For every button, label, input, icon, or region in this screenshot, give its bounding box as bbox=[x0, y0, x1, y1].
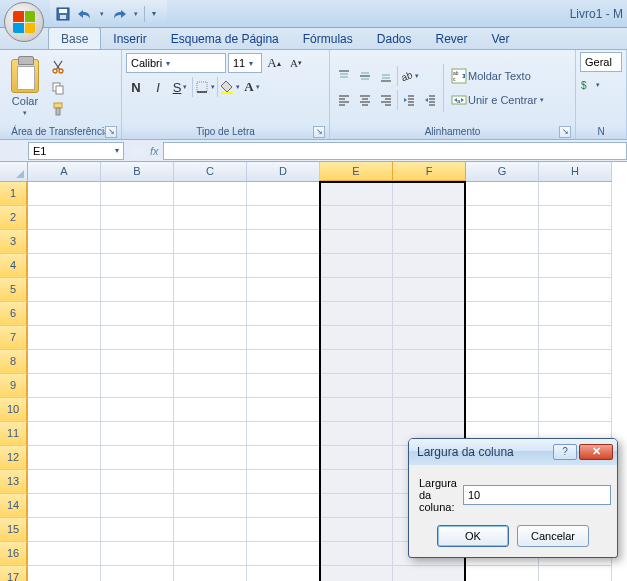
cell[interactable] bbox=[539, 398, 612, 422]
cell[interactable] bbox=[28, 350, 101, 374]
cell[interactable] bbox=[393, 182, 466, 206]
font-name-combo[interactable]: Calibri▾ bbox=[126, 53, 226, 73]
paste-button[interactable]: Colar ▾ bbox=[4, 57, 46, 119]
cell[interactable] bbox=[247, 494, 320, 518]
row-header-15[interactable]: 15 bbox=[0, 518, 28, 542]
cell[interactable] bbox=[28, 278, 101, 302]
tab-ver[interactable]: Ver bbox=[480, 28, 522, 49]
underline-button[interactable]: S bbox=[170, 76, 190, 98]
cell[interactable] bbox=[320, 206, 393, 230]
cell[interactable] bbox=[320, 542, 393, 566]
ok-button[interactable]: OK bbox=[437, 525, 509, 547]
font-color-button[interactable]: A bbox=[242, 76, 262, 98]
cell[interactable] bbox=[174, 326, 247, 350]
font-size-combo[interactable]: 11▾ bbox=[228, 53, 262, 73]
cell[interactable] bbox=[174, 350, 247, 374]
cell[interactable] bbox=[393, 374, 466, 398]
cell[interactable] bbox=[466, 374, 539, 398]
col-header-G[interactable]: G bbox=[466, 162, 539, 182]
merge-center-button[interactable]: a Unir e Centrar ▾ bbox=[447, 90, 548, 110]
cell[interactable] bbox=[28, 254, 101, 278]
decrease-indent-button[interactable] bbox=[399, 89, 419, 111]
cell[interactable] bbox=[28, 206, 101, 230]
cell[interactable] bbox=[320, 278, 393, 302]
align-top-button[interactable] bbox=[334, 65, 354, 87]
cell[interactable] bbox=[539, 566, 612, 581]
cell[interactable] bbox=[101, 326, 174, 350]
cell[interactable] bbox=[320, 182, 393, 206]
cell[interactable] bbox=[393, 350, 466, 374]
cell[interactable] bbox=[28, 230, 101, 254]
cell[interactable] bbox=[101, 278, 174, 302]
cell[interactable] bbox=[320, 326, 393, 350]
cell[interactable] bbox=[174, 374, 247, 398]
cell[interactable] bbox=[320, 398, 393, 422]
cell[interactable] bbox=[28, 470, 101, 494]
alignment-launcher[interactable]: ↘ bbox=[559, 126, 571, 138]
cell[interactable] bbox=[320, 518, 393, 542]
cell[interactable] bbox=[393, 566, 466, 581]
cell[interactable] bbox=[247, 566, 320, 581]
cell[interactable] bbox=[466, 230, 539, 254]
cell[interactable] bbox=[101, 206, 174, 230]
row-header-1[interactable]: 1 bbox=[0, 182, 28, 206]
cell[interactable] bbox=[393, 278, 466, 302]
cell[interactable] bbox=[101, 254, 174, 278]
number-format-combo[interactable]: Geral bbox=[580, 52, 622, 72]
col-header-D[interactable]: D bbox=[247, 162, 320, 182]
cell[interactable] bbox=[28, 542, 101, 566]
row-header-8[interactable]: 8 bbox=[0, 350, 28, 374]
col-header-B[interactable]: B bbox=[101, 162, 174, 182]
row-header-10[interactable]: 10 bbox=[0, 398, 28, 422]
row-header-9[interactable]: 9 bbox=[0, 374, 28, 398]
qat-customize-icon[interactable]: ▾ bbox=[149, 5, 159, 23]
cell[interactable] bbox=[466, 254, 539, 278]
cell[interactable] bbox=[174, 518, 247, 542]
dialog-help-button[interactable]: ? bbox=[553, 444, 577, 460]
cell[interactable] bbox=[247, 302, 320, 326]
formula-input[interactable] bbox=[163, 142, 627, 160]
cell[interactable] bbox=[174, 422, 247, 446]
cell[interactable] bbox=[247, 206, 320, 230]
row-header-3[interactable]: 3 bbox=[0, 230, 28, 254]
cell[interactable] bbox=[28, 566, 101, 581]
accounting-format-button[interactable]: $ bbox=[580, 74, 600, 96]
cell[interactable] bbox=[28, 494, 101, 518]
cell[interactable] bbox=[247, 398, 320, 422]
cell[interactable] bbox=[247, 470, 320, 494]
cell[interactable] bbox=[101, 494, 174, 518]
italic-button[interactable]: I bbox=[148, 76, 168, 98]
cell[interactable] bbox=[539, 278, 612, 302]
cell[interactable] bbox=[247, 374, 320, 398]
cell[interactable] bbox=[247, 542, 320, 566]
format-painter-button[interactable] bbox=[49, 100, 67, 118]
cancel-button[interactable]: Cancelar bbox=[517, 525, 589, 547]
cell[interactable] bbox=[28, 326, 101, 350]
cut-button[interactable] bbox=[49, 58, 67, 76]
cell[interactable] bbox=[539, 350, 612, 374]
cell[interactable] bbox=[466, 302, 539, 326]
cell[interactable] bbox=[247, 254, 320, 278]
cell[interactable] bbox=[101, 350, 174, 374]
grow-font-button[interactable]: A▴ bbox=[264, 52, 284, 74]
copy-button[interactable] bbox=[49, 79, 67, 97]
cell[interactable] bbox=[174, 254, 247, 278]
cell[interactable] bbox=[174, 398, 247, 422]
cell[interactable] bbox=[466, 182, 539, 206]
cell[interactable] bbox=[174, 566, 247, 581]
row-header-16[interactable]: 16 bbox=[0, 542, 28, 566]
tab-esquema[interactable]: Esquema de Página bbox=[159, 28, 291, 49]
cell[interactable] bbox=[101, 302, 174, 326]
cell[interactable] bbox=[393, 326, 466, 350]
cell[interactable] bbox=[174, 302, 247, 326]
cell[interactable] bbox=[28, 422, 101, 446]
orientation-button[interactable]: ab bbox=[399, 65, 419, 87]
align-left-button[interactable] bbox=[334, 89, 354, 111]
cell[interactable] bbox=[174, 494, 247, 518]
col-header-A[interactable]: A bbox=[28, 162, 101, 182]
dialog-close-button[interactable]: ✕ bbox=[579, 444, 613, 460]
cell[interactable] bbox=[174, 470, 247, 494]
col-header-C[interactable]: C bbox=[174, 162, 247, 182]
cell[interactable] bbox=[466, 326, 539, 350]
tab-rever[interactable]: Rever bbox=[423, 28, 479, 49]
